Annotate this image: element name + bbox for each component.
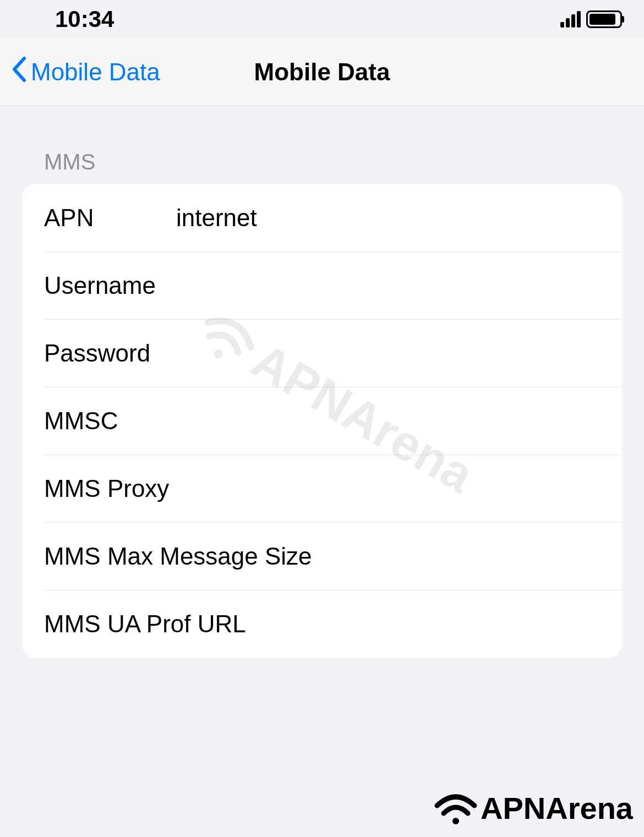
mms-ua-prof-label: MMS UA Prof URL <box>44 590 246 658</box>
mms-proxy-row[interactable]: MMS Proxy <box>22 455 622 523</box>
content-area: MMS APN internet Username Password MMSC <box>0 106 644 658</box>
page-title: Mobile Data <box>254 58 390 86</box>
apn-label: APN <box>44 184 176 251</box>
mms-ua-prof-row[interactable]: MMS UA Prof URL <box>22 590 622 658</box>
chevron-back-icon <box>11 55 26 89</box>
status-bar: 10:34 <box>0 0 644 39</box>
watermark-logo: APNArena <box>434 790 633 826</box>
navigation-bar: Mobile Data Mobile Data <box>0 39 644 106</box>
password-row[interactable]: Password <box>22 320 622 387</box>
status-time: 10:34 <box>55 6 114 32</box>
status-indicators <box>560 10 622 28</box>
watermark-text: APNArena <box>481 790 633 826</box>
mmsc-row[interactable]: MMSC <box>22 387 622 455</box>
cellular-signal-icon <box>560 11 581 28</box>
username-row[interactable]: Username <box>22 252 622 320</box>
section-header-mms: MMS <box>22 150 622 184</box>
wifi-icon <box>434 791 478 825</box>
svg-point-1 <box>452 818 459 824</box>
back-button[interactable]: Mobile Data <box>0 55 160 89</box>
mms-max-size-label: MMS Max Message Size <box>44 523 312 590</box>
mms-proxy-label: MMS Proxy <box>44 455 176 522</box>
username-label: Username <box>44 252 176 319</box>
mmsc-label: MMSC <box>44 387 176 455</box>
back-label: Mobile Data <box>31 58 160 86</box>
settings-group-mms: APN internet Username Password MMSC M <box>22 184 622 658</box>
battery-icon <box>586 10 622 28</box>
password-label: Password <box>44 320 176 387</box>
apn-row[interactable]: APN internet <box>22 184 622 252</box>
mms-max-size-row[interactable]: MMS Max Message Size <box>22 523 622 590</box>
apn-value[interactable]: internet <box>176 204 600 232</box>
